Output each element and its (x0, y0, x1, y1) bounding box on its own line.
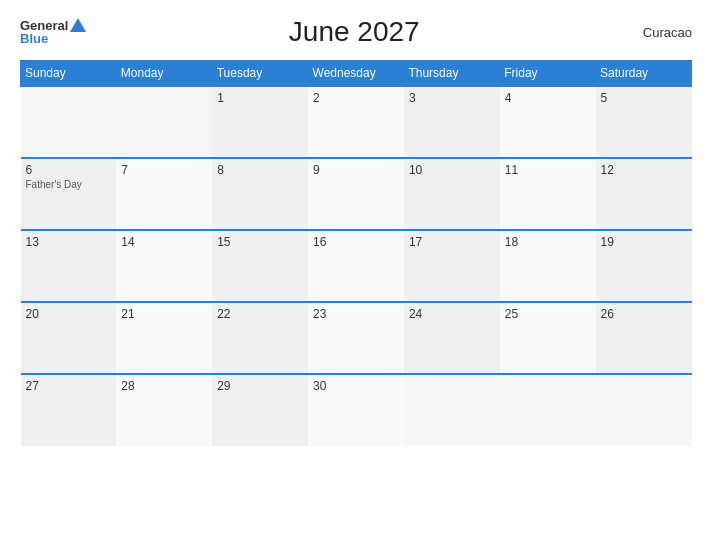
day-number: 2 (313, 91, 399, 105)
holiday-label: Father's Day (26, 179, 112, 190)
day-number: 11 (505, 163, 591, 177)
day-number: 30 (313, 379, 399, 393)
day-number: 28 (121, 379, 207, 393)
day-number: 21 (121, 307, 207, 321)
calendar-cell: 13 (21, 230, 117, 302)
calendar-cell: 6Father's Day (21, 158, 117, 230)
calendar-cell (404, 374, 500, 446)
day-number: 1 (217, 91, 303, 105)
calendar-cell: 4 (500, 86, 596, 158)
calendar-cell: 14 (116, 230, 212, 302)
day-number: 10 (409, 163, 495, 177)
calendar-container: General Blue June 2027 Curacao SundayMon… (0, 0, 712, 550)
calendar-cell: 25 (500, 302, 596, 374)
weekday-header: Thursday (404, 61, 500, 87)
day-number: 13 (26, 235, 112, 249)
calendar-cell: 22 (212, 302, 308, 374)
day-number: 6 (26, 163, 112, 177)
calendar-cell (21, 86, 117, 158)
day-number: 9 (313, 163, 399, 177)
day-number: 4 (505, 91, 591, 105)
calendar-cell: 17 (404, 230, 500, 302)
calendar-cell: 27 (21, 374, 117, 446)
day-number: 27 (26, 379, 112, 393)
day-number: 25 (505, 307, 591, 321)
calendar-cell: 5 (596, 86, 692, 158)
calendar-week-row: 6Father's Day789101112 (21, 158, 692, 230)
calendar-cell (116, 86, 212, 158)
calendar-cell (500, 374, 596, 446)
calendar-cell (596, 374, 692, 446)
calendar-title: June 2027 (86, 16, 622, 48)
day-number: 29 (217, 379, 303, 393)
day-number: 14 (121, 235, 207, 249)
calendar-header-row: SundayMondayTuesdayWednesdayThursdayFrid… (21, 61, 692, 87)
day-number: 15 (217, 235, 303, 249)
calendar-cell: 16 (308, 230, 404, 302)
calendar-cell: 3 (404, 86, 500, 158)
calendar-table: SundayMondayTuesdayWednesdayThursdayFrid… (20, 60, 692, 446)
weekday-header: Tuesday (212, 61, 308, 87)
weekday-header: Wednesday (308, 61, 404, 87)
calendar-cell: 19 (596, 230, 692, 302)
calendar-cell: 9 (308, 158, 404, 230)
calendar-cell: 1 (212, 86, 308, 158)
calendar-cell: 20 (21, 302, 117, 374)
calendar-week-row: 20212223242526 (21, 302, 692, 374)
calendar-cell: 15 (212, 230, 308, 302)
day-number: 23 (313, 307, 399, 321)
calendar-header: General Blue June 2027 Curacao (20, 16, 692, 48)
calendar-cell: 29 (212, 374, 308, 446)
day-number: 24 (409, 307, 495, 321)
day-number: 22 (217, 307, 303, 321)
calendar-cell: 11 (500, 158, 596, 230)
weekday-header: Friday (500, 61, 596, 87)
logo-triangle-icon (70, 18, 86, 32)
calendar-cell: 7 (116, 158, 212, 230)
calendar-cell: 26 (596, 302, 692, 374)
day-number: 7 (121, 163, 207, 177)
weekday-header: Saturday (596, 61, 692, 87)
day-number: 18 (505, 235, 591, 249)
calendar-week-row: 13141516171819 (21, 230, 692, 302)
day-number: 3 (409, 91, 495, 105)
logo: General Blue (20, 19, 86, 45)
day-number: 17 (409, 235, 495, 249)
day-number: 16 (313, 235, 399, 249)
weekday-header: Monday (116, 61, 212, 87)
calendar-cell: 24 (404, 302, 500, 374)
logo-blue: Blue (20, 32, 48, 45)
day-number: 8 (217, 163, 303, 177)
region-label: Curacao (622, 25, 692, 40)
day-number: 19 (601, 235, 687, 249)
weekday-header: Sunday (21, 61, 117, 87)
calendar-cell: 10 (404, 158, 500, 230)
calendar-cell: 30 (308, 374, 404, 446)
calendar-cell: 12 (596, 158, 692, 230)
calendar-cell: 23 (308, 302, 404, 374)
day-number: 12 (601, 163, 687, 177)
calendar-cell: 18 (500, 230, 596, 302)
calendar-cell: 21 (116, 302, 212, 374)
calendar-cell: 28 (116, 374, 212, 446)
day-number: 26 (601, 307, 687, 321)
calendar-week-row: 27282930 (21, 374, 692, 446)
calendar-cell: 2 (308, 86, 404, 158)
day-number: 5 (601, 91, 687, 105)
day-number: 20 (26, 307, 112, 321)
calendar-cell: 8 (212, 158, 308, 230)
calendar-week-row: 12345 (21, 86, 692, 158)
